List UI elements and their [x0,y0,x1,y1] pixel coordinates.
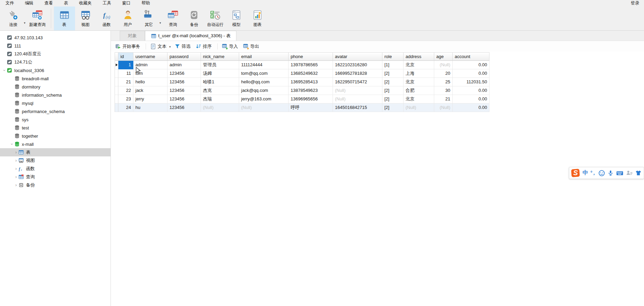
cell-id[interactable]: 23 [118,95,133,103]
skin-shirt-icon[interactable] [635,170,642,176]
column-header-avatar[interactable]: avatar [333,52,382,61]
cell-address[interactable]: 上海 [404,69,434,78]
row-marker-cell[interactable] [115,78,118,86]
cell-age[interactable]: (Null) [434,61,453,69]
menu-item-7[interactable]: 窗口 [117,0,136,6]
toolbar-button-backup[interactable]: 备份 [184,6,205,30]
sidebar-item-together[interactable]: together [0,132,111,140]
chevron-collapsed-icon[interactable]: › [14,150,18,155]
table-toolbar-button-import[interactable]: 导入 [222,43,238,50]
sidebar-item-breadroll-mall[interactable]: breadroll-mall [0,74,111,83]
cell-nick_name[interactable]: (Null) [201,103,239,112]
row-marker-cell[interactable] [115,103,118,112]
menu-item-8[interactable]: 帮助 [136,0,156,6]
sogou-logo-icon[interactable] [571,168,580,178]
cell-account[interactable]: 0.00 [453,95,489,103]
cell-username[interactable]: hello [133,78,167,86]
sidebar-item-111[interactable]: 111 [0,42,111,50]
toolbar-button-connection[interactable]: 连接 [3,6,24,30]
cell-role[interactable]: [2] [382,86,404,95]
cell-address[interactable]: 北京 [404,95,434,103]
cell-email[interactable]: (Null) [239,103,289,112]
sidebar-item-localhost_3306[interactable]: ›localhost_3306 [0,66,111,74]
cell-nick_name[interactable]: 汤姆 [201,69,239,78]
toolbar-button-user[interactable]: 用户 [117,6,138,30]
cell-address[interactable]: 合肥 [404,86,434,95]
cell-avatar[interactable]: 1622102316280 [333,61,382,69]
chevron-down-icon[interactable]: ▾ [160,21,161,25]
cell-avatar[interactable]: 1669952781828 [333,69,382,78]
cell-id[interactable]: 21 [118,78,133,86]
cell-role[interactable]: [2] [382,69,404,78]
column-header-account[interactable]: account [453,52,489,61]
cell-role[interactable]: [2] [382,78,404,86]
cell-id[interactable]: 24 [118,103,133,112]
cell-age[interactable]: 25 [434,78,453,86]
cell-role[interactable]: [2] [382,95,404,103]
cell-role[interactable]: [2] [382,103,404,112]
cell-avatar[interactable]: (Null) [333,95,382,103]
toolbar-button-function[interactable]: f(x)函数 [96,6,117,30]
chevron-collapsed-icon[interactable]: › [14,166,18,171]
row-marker-cell[interactable] [115,61,118,69]
table-toolbar-button-begin-transaction[interactable]: 开始事务 [115,43,140,50]
cell-nick_name[interactable]: 哈喽1 [201,78,239,86]
sidebar-item-47.92.103.143[interactable]: 47.92.103.143 [0,33,111,42]
cell-password[interactable]: admin [167,61,201,69]
cell-role[interactable]: [1] [382,61,404,69]
cell-nick_name[interactable]: 杰克 [201,86,239,95]
row-marker-cell[interactable] [115,69,118,78]
sidebar-item-124.71公[interactable]: 124.71公 [0,58,111,66]
clipboard-person-icon[interactable] [626,170,633,177]
sidebar-item-dormitory[interactable]: dormitory [0,83,111,91]
sidebar-item-performance_schema[interactable]: performance_schema [0,107,111,115]
cell-phone[interactable]: 呼呼 [289,103,333,112]
chevron-collapsed-icon[interactable]: › [14,158,18,163]
cell-id[interactable]: 11 [118,69,133,78]
sidebar-item-120.48百度云[interactable]: 120.48百度云 [0,50,111,58]
chevron-down-icon[interactable]: ▾ [24,21,26,25]
cell-nick_name[interactable]: 管理员 [201,61,239,69]
cell-username[interactable]: admin [133,61,167,69]
cell-email[interactable]: hello@qq.com [239,78,289,86]
cell-age[interactable]: 20 [434,69,453,78]
cell-account[interactable]: 0.00 [453,86,489,95]
tab-objects[interactable]: 对象 [120,31,145,41]
chevron-expanded-icon[interactable]: › [2,68,7,73]
toolbar-button-new-query[interactable]: 新建查询 [27,6,48,30]
chinese-mode-icon[interactable]: 中 [583,169,588,177]
cell-email[interactable]: jerry@163.com [239,95,289,103]
table-toolbar-button-sort[interactable]: 排序 [195,43,212,50]
toolbar-button-model[interactable]: 模型 [226,6,247,30]
cell-id[interactable]: 1 [118,61,133,69]
keyboard-icon[interactable] [616,170,624,177]
cell-account[interactable]: 112031.50 [453,78,489,86]
cell-account[interactable]: 0.00 [453,69,489,78]
cell-phone[interactable]: 13978786565 [289,61,333,69]
column-header-nick_name[interactable]: nick_name [201,52,239,61]
cell-address[interactable]: 北京 [404,61,434,69]
chevron-collapsed-icon[interactable]: › [14,175,18,179]
toolbar-button-query[interactable]: 查询 [162,6,184,30]
column-header-password[interactable]: password [167,52,201,61]
cell-phone[interactable]: 13695285413 [289,78,333,86]
cell-nick_name[interactable]: 杰瑞 [201,95,239,103]
table-toolbar-button-text[interactable]: 文本 [150,43,166,50]
cell-account[interactable]: 0.00 [453,103,489,112]
cell-username[interactable]: jerry [133,95,167,103]
cell-password[interactable]: 123456 [167,86,201,95]
menu-item-1[interactable]: 文件 [0,0,19,6]
sidebar-item-表[interactable]: ›表 [0,148,111,156]
sidebar-item-函数[interactable]: ›fx函数 [0,165,111,173]
cell-password[interactable]: 123456 [167,78,201,86]
column-header-address[interactable]: address [404,52,434,61]
cell-address[interactable]: 北京 [404,78,434,86]
toolbar-button-view[interactable]: 视图 [75,6,96,30]
cell-username[interactable]: hu [133,103,167,112]
cell-avatar[interactable]: 1622950715472 [333,78,382,86]
menu-item-5[interactable]: 收藏夹 [74,0,98,6]
cell-username[interactable]: jack [133,86,167,95]
table-toolbar-button-export[interactable]: 导出 [243,43,259,50]
cell-password[interactable]: 123456 [167,103,201,112]
menu-item-2[interactable]: 编辑 [19,0,39,6]
